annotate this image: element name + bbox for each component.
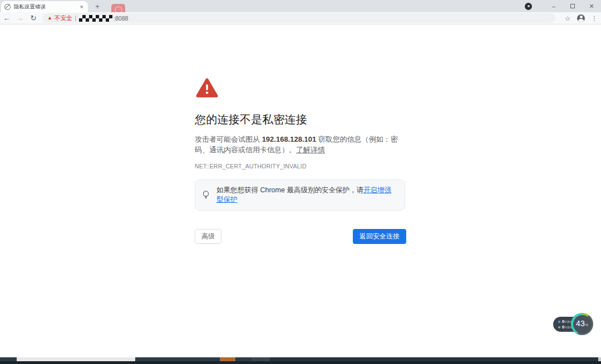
error-actions: 高级 返回安全连接 [195, 229, 406, 244]
not-secure-label[interactable]: 不安全 [55, 14, 72, 22]
taskbar-segment [598, 357, 601, 361]
taskbar-segment [135, 357, 220, 361]
restore-button[interactable] [563, 0, 582, 12]
taskbar-segment [252, 357, 270, 361]
window-controls: – ✕ [525, 0, 601, 12]
back-to-safety-button[interactable]: 返回安全连接 [353, 229, 406, 244]
taskbar-segment [220, 357, 235, 361]
taskbar-segment [0, 357, 17, 361]
lightbulb-icon [202, 190, 210, 200]
taskbar-segment [270, 357, 598, 361]
error-code: NET::ERR_CERT_AUTHORITY_INVALID [195, 163, 406, 169]
restore-icon [570, 4, 575, 8]
advanced-button[interactable]: 高级 [195, 229, 221, 244]
taskbar-segment [235, 357, 252, 361]
download-speed-value: 0 [562, 325, 564, 330]
taskbar-bottom-edge [0, 361, 601, 364]
enhanced-protection-tip: 如果您想获得 Chrome 最高级别的安全保护，请开启增强型保护 [195, 179, 405, 211]
error-description: 攻击者可能会试图从 192.168.128.101 窃取您的信息（例如：密码、通… [195, 134, 406, 155]
insecure-site-icon [4, 4, 11, 10]
tab-close-icon[interactable]: × [79, 4, 85, 10]
attacker-host: 192.168.128.101 [262, 135, 317, 143]
tab-strip: 隐私设置错误 × + – ✕ [0, 0, 601, 12]
url-port: :8088 [114, 15, 128, 22]
upload-dot-icon [558, 321, 560, 323]
redacted-url-block [79, 15, 112, 22]
tip-text: 如果您想获得 Chrome 最高级别的安全保护，请开启增强型保护 [216, 186, 398, 205]
tip-text-plain: 如果您想获得 Chrome 最高级别的安全保护，请 [216, 186, 363, 194]
minimize-button[interactable]: – [544, 0, 563, 12]
tab-title: 隐私设置错误 [14, 3, 79, 11]
upload-speed-value: 0 [562, 319, 564, 324]
acceleration-ball-inner: 43 % [573, 315, 592, 333]
browser-window: 隐私设置错误 × + – ✕ ← → ↻ ▲ 不安全 | :8088 ☆ ⋮ [0, 0, 601, 364]
memory-percent-value: 43 [576, 320, 585, 327]
error-content: 您的连接不是私密连接 攻击者可能会试图从 192.168.128.101 窃取您… [195, 78, 406, 244]
not-secure-warning-icon: ▲ [47, 16, 52, 21]
profile-avatar[interactable] [577, 14, 585, 22]
notification-dot-icon[interactable] [525, 3, 532, 10]
url-separator: | [75, 15, 76, 21]
browser-menu-icon[interactable]: ⋮ [588, 14, 601, 22]
browser-toolbar: ← → ↻ ▲ 不安全 | :8088 ☆ ⋮ [0, 12, 601, 24]
bookmark-star-icon[interactable]: ☆ [561, 14, 574, 22]
back-icon[interactable]: ← [0, 14, 13, 22]
new-tab-button[interactable]: + [92, 2, 102, 12]
download-dot-icon [558, 326, 560, 328]
description-prefix: 攻击者可能会试图从 [195, 135, 262, 143]
error-page: 您的连接不是私密连接 攻击者可能会试图从 192.168.128.101 窃取您… [0, 25, 601, 357]
close-window-button[interactable]: ✕ [582, 0, 601, 12]
host-taskbar-sliver [0, 357, 601, 364]
tab-privacy-error[interactable]: 隐私设置错误 × [1, 1, 88, 12]
certificate-warning-icon [196, 78, 218, 98]
acceleration-ball[interactable]: 43 % [571, 313, 593, 335]
taskbar-segment [17, 357, 135, 361]
learn-more-link[interactable]: 了解详情 [296, 146, 325, 154]
error-heading: 您的连接不是私密连接 [195, 112, 406, 127]
memory-percent-sign: % [585, 323, 588, 327]
forward-icon[interactable]: → [13, 14, 27, 22]
reload-icon[interactable]: ↻ [27, 14, 40, 22]
address-bar[interactable]: ▲ 不安全 | :8088 [42, 13, 555, 23]
